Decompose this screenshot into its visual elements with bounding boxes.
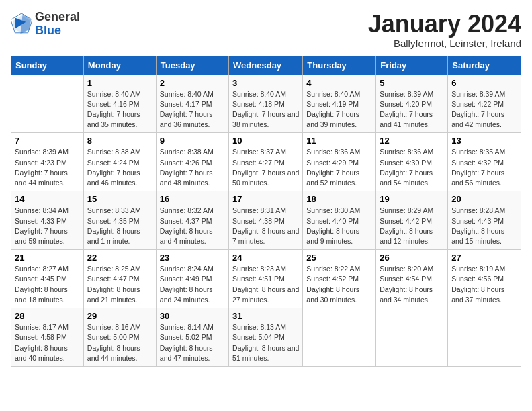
calendar-cell: 29Sunrise: 8:16 AMSunset: 5:00 PMDayligh… bbox=[83, 308, 156, 367]
day-number: 6 bbox=[451, 78, 517, 88]
calendar-cell: 14Sunrise: 8:34 AMSunset: 4:33 PMDayligh… bbox=[11, 191, 84, 250]
day-number: 17 bbox=[232, 194, 299, 204]
calendar-cell: 4Sunrise: 8:40 AMSunset: 4:19 PMDaylight… bbox=[303, 75, 376, 133]
calendar-cell: 17Sunrise: 8:31 AMSunset: 4:38 PMDayligh… bbox=[229, 191, 303, 250]
day-info: Sunrise: 8:38 AMSunset: 4:24 PMDaylight:… bbox=[87, 147, 152, 188]
day-info: Sunrise: 8:14 AMSunset: 5:02 PMDaylight:… bbox=[160, 322, 225, 363]
weekday-header-thursday: Thursday bbox=[303, 56, 376, 75]
weekday-header-saturday: Saturday bbox=[448, 56, 521, 75]
day-number: 2 bbox=[160, 78, 225, 88]
logo: General Blue bbox=[11, 11, 80, 38]
day-info: Sunrise: 8:31 AMSunset: 4:38 PMDaylight:… bbox=[232, 205, 299, 246]
calendar-cell: 30Sunrise: 8:14 AMSunset: 5:02 PMDayligh… bbox=[156, 308, 228, 367]
day-info: Sunrise: 8:25 AMSunset: 4:47 PMDaylight:… bbox=[87, 264, 152, 305]
weekday-header-wednesday: Wednesday bbox=[229, 56, 303, 75]
day-number: 1 bbox=[87, 78, 152, 88]
calendar-cell: 23Sunrise: 8:24 AMSunset: 4:49 PMDayligh… bbox=[156, 250, 228, 308]
calendar-cell: 3Sunrise: 8:40 AMSunset: 4:18 PMDaylight… bbox=[229, 75, 303, 133]
weekday-header-tuesday: Tuesday bbox=[156, 56, 228, 75]
day-number: 31 bbox=[232, 311, 299, 321]
day-info: Sunrise: 8:37 AMSunset: 4:27 PMDaylight:… bbox=[232, 147, 299, 188]
day-number: 29 bbox=[87, 311, 152, 321]
day-number: 10 bbox=[232, 136, 299, 146]
calendar-cell: 31Sunrise: 8:13 AMSunset: 5:04 PMDayligh… bbox=[229, 308, 303, 367]
day-number: 30 bbox=[160, 311, 225, 321]
day-number: 16 bbox=[160, 194, 225, 204]
calendar-cell: 28Sunrise: 8:17 AMSunset: 4:58 PMDayligh… bbox=[11, 308, 84, 367]
calendar-week-row: 28Sunrise: 8:17 AMSunset: 4:58 PMDayligh… bbox=[11, 308, 521, 367]
day-info: Sunrise: 8:40 AMSunset: 4:18 PMDaylight:… bbox=[232, 89, 299, 130]
day-info: Sunrise: 8:23 AMSunset: 4:51 PMDaylight:… bbox=[232, 264, 299, 305]
day-info: Sunrise: 8:36 AMSunset: 4:30 PMDaylight:… bbox=[380, 147, 444, 188]
calendar-cell: 15Sunrise: 8:33 AMSunset: 4:35 PMDayligh… bbox=[83, 191, 156, 250]
calendar-cell: 2Sunrise: 8:40 AMSunset: 4:17 PMDaylight… bbox=[156, 75, 228, 133]
day-info: Sunrise: 8:24 AMSunset: 4:49 PMDaylight:… bbox=[160, 264, 225, 305]
day-number: 20 bbox=[451, 194, 517, 204]
day-number: 21 bbox=[15, 253, 80, 263]
day-number: 28 bbox=[15, 311, 80, 321]
day-number: 19 bbox=[380, 194, 444, 204]
calendar-cell: 24Sunrise: 8:23 AMSunset: 4:51 PMDayligh… bbox=[229, 250, 303, 308]
day-info: Sunrise: 8:27 AMSunset: 4:45 PMDaylight:… bbox=[15, 264, 80, 305]
day-info: Sunrise: 8:16 AMSunset: 5:00 PMDaylight:… bbox=[87, 322, 152, 363]
calendar-cell: 1Sunrise: 8:40 AMSunset: 4:16 PMDaylight… bbox=[83, 75, 156, 133]
day-info: Sunrise: 8:30 AMSunset: 4:40 PMDaylight:… bbox=[306, 205, 372, 246]
calendar-cell: 19Sunrise: 8:29 AMSunset: 4:42 PMDayligh… bbox=[376, 191, 448, 250]
calendar-week-row: 1Sunrise: 8:40 AMSunset: 4:16 PMDaylight… bbox=[11, 75, 521, 133]
calendar-cell: 26Sunrise: 8:20 AMSunset: 4:54 PMDayligh… bbox=[376, 250, 448, 308]
day-number: 3 bbox=[232, 78, 299, 88]
day-number: 27 bbox=[451, 253, 517, 263]
calendar-cell: 6Sunrise: 8:39 AMSunset: 4:22 PMDaylight… bbox=[448, 75, 521, 133]
day-number: 11 bbox=[306, 136, 372, 146]
calendar-cell: 25Sunrise: 8:22 AMSunset: 4:52 PMDayligh… bbox=[303, 250, 376, 308]
weekday-header-sunday: Sunday bbox=[11, 56, 84, 75]
day-number: 12 bbox=[380, 136, 444, 146]
day-number: 18 bbox=[306, 194, 372, 204]
day-info: Sunrise: 8:40 AMSunset: 4:19 PMDaylight:… bbox=[306, 89, 372, 130]
day-info: Sunrise: 8:34 AMSunset: 4:33 PMDaylight:… bbox=[15, 205, 80, 246]
day-info: Sunrise: 8:13 AMSunset: 5:04 PMDaylight:… bbox=[232, 322, 299, 363]
day-number: 4 bbox=[306, 78, 372, 88]
day-number: 5 bbox=[380, 78, 444, 88]
weekday-header-friday: Friday bbox=[376, 56, 448, 75]
day-info: Sunrise: 8:40 AMSunset: 4:17 PMDaylight:… bbox=[160, 89, 225, 130]
logo-text: General Blue bbox=[35, 11, 80, 38]
day-number: 15 bbox=[87, 194, 152, 204]
calendar-cell bbox=[11, 75, 84, 133]
day-number: 14 bbox=[15, 194, 80, 204]
calendar-cell: 20Sunrise: 8:28 AMSunset: 4:43 PMDayligh… bbox=[448, 191, 521, 250]
day-number: 13 bbox=[451, 136, 517, 146]
calendar-cell: 27Sunrise: 8:19 AMSunset: 4:56 PMDayligh… bbox=[448, 250, 521, 308]
day-info: Sunrise: 8:36 AMSunset: 4:29 PMDaylight:… bbox=[306, 147, 372, 188]
weekday-header-row: SundayMondayTuesdayWednesdayThursdayFrid… bbox=[11, 56, 521, 75]
day-info: Sunrise: 8:19 AMSunset: 4:56 PMDaylight:… bbox=[451, 264, 517, 305]
day-info: Sunrise: 8:33 AMSunset: 4:35 PMDaylight:… bbox=[87, 205, 152, 246]
calendar-week-row: 7Sunrise: 8:39 AMSunset: 4:23 PMDaylight… bbox=[11, 133, 521, 191]
day-info: Sunrise: 8:39 AMSunset: 4:23 PMDaylight:… bbox=[15, 147, 80, 188]
calendar-cell: 16Sunrise: 8:32 AMSunset: 4:37 PMDayligh… bbox=[156, 191, 228, 250]
calendar-cell: 22Sunrise: 8:25 AMSunset: 4:47 PMDayligh… bbox=[83, 250, 156, 308]
calendar-cell: 13Sunrise: 8:35 AMSunset: 4:32 PMDayligh… bbox=[448, 133, 521, 191]
day-number: 25 bbox=[306, 253, 372, 263]
day-number: 8 bbox=[87, 136, 152, 146]
calendar-cell: 18Sunrise: 8:30 AMSunset: 4:40 PMDayligh… bbox=[303, 191, 376, 250]
day-number: 23 bbox=[160, 253, 225, 263]
calendar-cell: 8Sunrise: 8:38 AMSunset: 4:24 PMDaylight… bbox=[83, 133, 156, 191]
day-number: 26 bbox=[380, 253, 444, 263]
calendar-cell bbox=[376, 308, 448, 367]
logo-icon bbox=[11, 13, 32, 35]
day-info: Sunrise: 8:39 AMSunset: 4:22 PMDaylight:… bbox=[451, 89, 517, 130]
calendar-cell: 11Sunrise: 8:36 AMSunset: 4:29 PMDayligh… bbox=[303, 133, 376, 191]
day-info: Sunrise: 8:20 AMSunset: 4:54 PMDaylight:… bbox=[380, 264, 444, 305]
calendar-cell: 5Sunrise: 8:39 AMSunset: 4:20 PMDaylight… bbox=[376, 75, 448, 133]
day-number: 7 bbox=[15, 136, 80, 146]
title-block: January 2024 Ballyfermot, Leinster, Irel… bbox=[368, 11, 521, 49]
day-info: Sunrise: 8:29 AMSunset: 4:42 PMDaylight:… bbox=[380, 205, 444, 246]
calendar-week-row: 14Sunrise: 8:34 AMSunset: 4:33 PMDayligh… bbox=[11, 191, 521, 250]
calendar-cell: 10Sunrise: 8:37 AMSunset: 4:27 PMDayligh… bbox=[229, 133, 303, 191]
day-number: 9 bbox=[160, 136, 225, 146]
calendar-cell: 21Sunrise: 8:27 AMSunset: 4:45 PMDayligh… bbox=[11, 250, 84, 308]
calendar-week-row: 21Sunrise: 8:27 AMSunset: 4:45 PMDayligh… bbox=[11, 250, 521, 308]
day-info: Sunrise: 8:17 AMSunset: 4:58 PMDaylight:… bbox=[15, 322, 80, 363]
day-info: Sunrise: 8:38 AMSunset: 4:26 PMDaylight:… bbox=[160, 147, 225, 188]
